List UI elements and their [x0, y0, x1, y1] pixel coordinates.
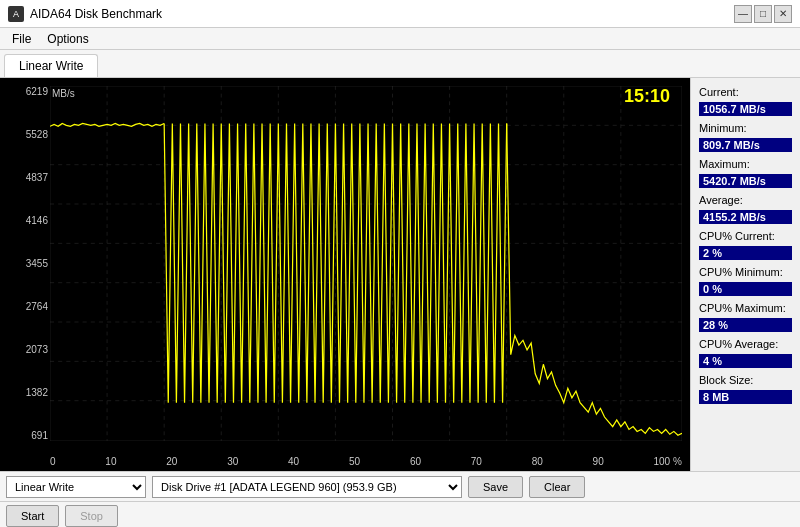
disk-select[interactable]: Disk Drive #1 [ADATA LEGEND 960] (953.9 …: [152, 476, 462, 498]
minimize-button[interactable]: —: [734, 5, 752, 23]
x-label-100: 100 %: [654, 456, 682, 467]
bottom-controls: Linear Write Disk Drive #1 [ADATA LEGEND…: [0, 471, 800, 501]
cpu-current-label: CPU% Current:: [699, 230, 792, 242]
app-icon: A: [8, 6, 24, 22]
close-button[interactable]: ✕: [774, 5, 792, 23]
chart-area: 6219 5528 4837 4146 3455 2764 2073 1382 …: [0, 78, 690, 471]
main-content: 6219 5528 4837 4146 3455 2764 2073 1382 …: [0, 78, 800, 471]
y-axis-labels: 6219 5528 4837 4146 3455 2764 2073 1382 …: [2, 86, 48, 441]
sidebar: Current: 1056.7 MB/s Minimum: 809.7 MB/s…: [690, 78, 800, 471]
title-bar: A AIDA64 Disk Benchmark — □ ✕: [0, 0, 800, 28]
cpu-current-value: 2 %: [699, 246, 792, 260]
maximize-button[interactable]: □: [754, 5, 772, 23]
cpu-average-label: CPU% Average:: [699, 338, 792, 350]
y-label-5528: 5528: [2, 129, 48, 140]
x-label-10: 10: [105, 456, 116, 467]
cpu-minimum-value: 0 %: [699, 282, 792, 296]
maximum-label: Maximum:: [699, 158, 792, 170]
tab-bar: Linear Write: [0, 50, 800, 78]
cpu-average-value: 4 %: [699, 354, 792, 368]
window-controls: — □ ✕: [734, 5, 792, 23]
y-label-2764: 2764: [2, 301, 48, 312]
block-size-label: Block Size:: [699, 374, 792, 386]
y-label-6219: 6219: [2, 86, 48, 97]
maximum-value: 5420.7 MB/s: [699, 174, 792, 188]
cpu-maximum-label: CPU% Maximum:: [699, 302, 792, 314]
x-label-40: 40: [288, 456, 299, 467]
tab-linear-write[interactable]: Linear Write: [4, 54, 98, 77]
x-label-0: 0: [50, 456, 56, 467]
y-label-1382: 1382: [2, 387, 48, 398]
average-value: 4155.2 MB/s: [699, 210, 792, 224]
action-buttons: Start Stop: [0, 501, 800, 527]
y-label-4837: 4837: [2, 172, 48, 183]
cpu-minimum-label: CPU% Minimum:: [699, 266, 792, 278]
x-axis-labels: 0 10 20 30 40 50 60 70 80 90 100 %: [50, 456, 682, 467]
save-button[interactable]: Save: [468, 476, 523, 498]
y-label-2073: 2073: [2, 344, 48, 355]
current-value: 1056.7 MB/s: [699, 102, 792, 116]
x-label-60: 60: [410, 456, 421, 467]
test-select[interactable]: Linear Write: [6, 476, 146, 498]
current-label: Current:: [699, 86, 792, 98]
x-label-50: 50: [349, 456, 360, 467]
chart-graph: [50, 86, 682, 441]
clear-button[interactable]: Clear: [529, 476, 585, 498]
x-label-90: 90: [593, 456, 604, 467]
minimum-label: Minimum:: [699, 122, 792, 134]
menu-bar: File Options: [0, 28, 800, 50]
menu-options[interactable]: Options: [39, 31, 96, 47]
x-label-70: 70: [471, 456, 482, 467]
y-label-691: 691: [2, 430, 48, 441]
cpu-maximum-value: 28 %: [699, 318, 792, 332]
block-size-value: 8 MB: [699, 390, 792, 404]
start-button[interactable]: Start: [6, 505, 59, 527]
x-label-30: 30: [227, 456, 238, 467]
title-bar-left: A AIDA64 Disk Benchmark: [8, 6, 162, 22]
average-label: Average:: [699, 194, 792, 206]
menu-file[interactable]: File: [4, 31, 39, 47]
minimum-value: 809.7 MB/s: [699, 138, 792, 152]
y-label-4146: 4146: [2, 215, 48, 226]
stop-button[interactable]: Stop: [65, 505, 118, 527]
x-label-20: 20: [166, 456, 177, 467]
app-title: AIDA64 Disk Benchmark: [30, 7, 162, 21]
x-label-80: 80: [532, 456, 543, 467]
y-label-3455: 3455: [2, 258, 48, 269]
